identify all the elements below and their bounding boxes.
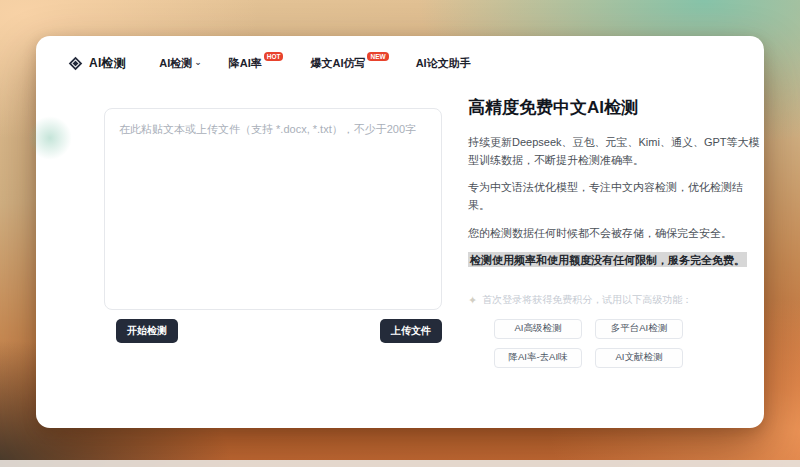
nav-item-label: AI检测 xyxy=(159,56,192,70)
gem-icon xyxy=(68,56,83,71)
intro-paragraph: 专为中文语法优化模型，专注中文内容检测，优化检测结果。 xyxy=(468,178,764,214)
nav-item-label: 降AI率 xyxy=(229,56,262,70)
desktop-background: AI检测 AI检测 ⌄ 降AI率 HOT 爆文AI仿写 NEW AI论文助手 xyxy=(0,0,800,467)
free-service-highlight: 检测使用频率和使用额度没有任何限制，服务完全免费。 xyxy=(468,251,764,269)
action-row: 开始检测 上传文件 xyxy=(104,319,442,343)
nav-item-ai-paper-assistant[interactable]: AI论文助手 xyxy=(416,56,471,70)
new-badge: NEW xyxy=(367,52,388,61)
taskbar-strip xyxy=(0,460,800,467)
hot-badge: HOT xyxy=(264,52,284,61)
brand-label: AI检测 xyxy=(89,55,126,72)
nav-item-ai-detect[interactable]: AI检测 ⌄ xyxy=(159,56,202,70)
highlight-text: 检测使用频率和使用额度没有任何限制，服务完全免费。 xyxy=(468,252,747,267)
feature-button-literature-detection[interactable]: AI文献检测 xyxy=(595,348,683,368)
sparkle-icon: ✦ xyxy=(468,295,477,305)
text-input-area[interactable] xyxy=(104,108,442,310)
chevron-down-icon: ⌄ xyxy=(194,57,202,67)
intro-paragraph: 持续更新Deepseek、豆包、元宝、Kimi、通义、GPT等大模型训练数据，不… xyxy=(468,133,764,169)
nav-menu: AI检测 ⌄ 降AI率 HOT 爆文AI仿写 NEW AI论文助手 xyxy=(159,56,470,70)
feature-button-reduce-ai-flavor[interactable]: 降AI率-去AI味 xyxy=(494,348,582,368)
feature-button-advanced-detection[interactable]: AI高级检测 xyxy=(494,319,582,339)
feature-button-grid: AI高级检测 多平台AI检测 降AI率-去AI味 AI文献检测 xyxy=(494,319,764,368)
nav-item-viral-rewrite[interactable]: 爆文AI仿写 NEW xyxy=(310,56,388,70)
tip-text: 首次登录将获得免费积分，试用以下高级功能： xyxy=(482,293,692,307)
start-detection-button[interactable]: 开始检测 xyxy=(116,319,178,343)
navbar: AI检测 AI检测 ⌄ 降AI率 HOT 爆文AI仿写 NEW AI论文助手 xyxy=(68,51,732,75)
page-title: 高精度免费中文AI检测 xyxy=(468,96,764,119)
brand[interactable]: AI检测 xyxy=(68,55,126,72)
feature-button-multiplatform-detection[interactable]: 多平台AI检测 xyxy=(595,319,683,339)
intro-panel: 高精度免费中文AI检测 持续更新Deepseek、豆包、元宝、Kimi、通义、G… xyxy=(468,96,764,368)
first-login-tip: ✦ 首次登录将获得免费积分，试用以下高级功能： xyxy=(468,293,764,307)
nav-item-label: 爆文AI仿写 xyxy=(310,56,365,70)
nav-item-label: AI论文助手 xyxy=(416,56,471,70)
app-card: AI检测 AI检测 ⌄ 降AI率 HOT 爆文AI仿写 NEW AI论文助手 xyxy=(36,36,764,428)
intro-paragraph: 您的检测数据任何时候都不会被存储，确保完全安全。 xyxy=(468,224,764,242)
upload-file-button[interactable]: 上传文件 xyxy=(380,319,442,343)
nav-item-reduce-ai-rate[interactable]: 降AI率 HOT xyxy=(229,56,284,70)
decorative-glow xyxy=(28,116,72,160)
